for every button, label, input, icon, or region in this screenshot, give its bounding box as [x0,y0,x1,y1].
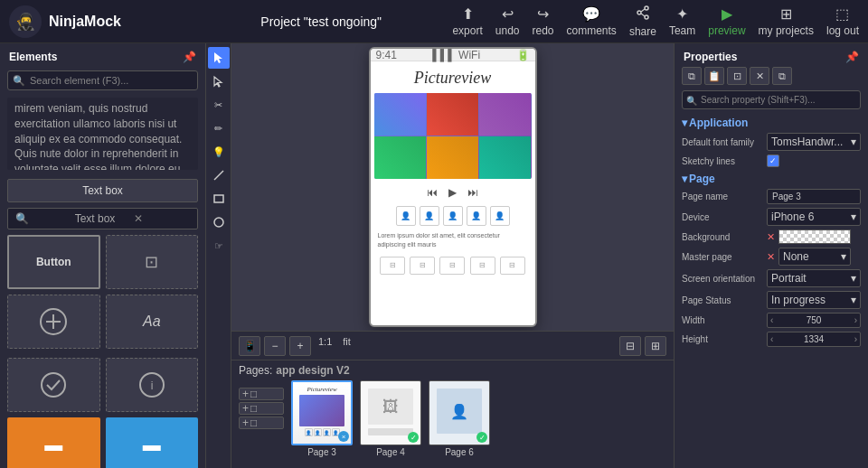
circle-icon [212,216,225,229]
rect-tool[interactable] [208,188,230,210]
master-page-select[interactable]: None ▾ [778,248,851,266]
element-card-check[interactable] [7,358,100,412]
element-card-text[interactable]: Aa [106,295,199,349]
hand-tool[interactable]: ☞ [208,235,230,257]
text-box-item[interactable]: Text box [7,179,198,202]
width-row: Width ‹ 750 › [682,311,861,330]
page-section-header[interactable]: ▾ Page [682,169,861,187]
page-thumb-icon-sm: 👤 [305,428,313,436]
page-thumb-4: 🖼 ✓ [360,380,421,445]
redo-icon: ↪ [537,5,549,23]
props-pin-icon[interactable]: 📌 [845,51,859,63]
screen-orientation-select[interactable]: Portrait ▾ [767,269,861,287]
page-name-value[interactable]: Page 3 [767,189,861,204]
prop-pin-btn[interactable]: ⧉ [772,67,792,85]
thumb-icon-1: 👤 [396,206,416,226]
device-select[interactable]: iPhone 6 ▾ [767,208,861,226]
element-card-plus[interactable] [7,295,100,349]
page-item-6[interactable]: 👤 ✓ Page 6 [429,380,490,457]
logo-text: NinjaMock [49,14,121,30]
sketchy-lines-checkbox[interactable]: ✓ [767,154,779,167]
prop-search-input[interactable] [682,90,861,109]
light-tool[interactable]: 💡 [208,141,230,163]
element-card-info[interactable]: i [106,358,199,412]
fit-label[interactable]: fit [339,336,354,356]
grid-btn[interactable]: ⊟ [619,336,641,356]
my-projects-icon: ⊞ [780,5,792,23]
zoom-in-btn[interactable]: + [289,336,311,356]
layout-btn[interactable]: ⊞ [645,336,666,356]
text-box-search[interactable]: 🔍 Text box ✕ [7,208,198,229]
export-button[interactable]: ⬆ export [452,5,482,37]
share-icon [636,5,650,23]
prop-paste-btn[interactable]: 📋 [704,67,724,85]
logo-area: 🥷 NinjaMock [9,5,190,38]
master-page-clear-icon[interactable]: ✕ [767,251,775,263]
props-toolbar: ⧉ 📋 ⊡ ✕ ⧉ [675,67,868,89]
prop-search-icon: 🔍 [686,95,697,105]
search-input[interactable] [7,70,198,90]
pointer-tool[interactable] [208,47,230,69]
export-icon: ⬆ [462,5,474,23]
element-card-orange[interactable]: ▬ [7,417,100,468]
hand-icon: ☞ [214,240,223,252]
canvas-main[interactable]: 9:41 ▌▌▌ WiFi 🔋 Pictureview [231,43,674,331]
canvas-toolbar: 📱 − + 1:1 fit ⊟ ⊞ [231,331,674,360]
svg-line-4 [641,14,645,16]
add-page-btn-2[interactable]: + □ [239,402,284,415]
page-label-4: Page 4 [376,447,405,457]
prop-close-btn[interactable]: ✕ [750,67,769,85]
log-out-button[interactable]: ⬚ log out [826,5,859,37]
page-item-4[interactable]: 🖼 ✓ Page 4 [360,380,421,457]
dashed-element-icon: ⊡ [145,252,158,272]
page-status-label: Page Status [682,295,763,305]
share-button[interactable]: share [629,5,656,38]
crop-tool[interactable]: ✂ [208,94,230,116]
main-layout: Elements 📌 🔍 mirem veniam, quis nostrud … [0,43,868,468]
comments-button[interactable]: 💬 comments [567,5,617,37]
bottom-elements: i ▬ ▬ [7,358,198,468]
width-arrow-left[interactable]: ‹ [768,315,776,325]
svg-marker-12 [214,77,222,87]
height-arrow-right[interactable]: › [852,334,860,344]
pin-icon[interactable]: 📌 [183,51,196,63]
add-page-btn-1[interactable]: + □ [239,388,284,400]
prop-reset-btn[interactable]: ⊡ [727,67,747,85]
height-arrow-left[interactable]: ‹ [768,334,776,344]
img-cell-4 [374,136,426,179]
zoom-out-btn[interactable]: − [264,336,286,356]
pen-icon: ✏ [214,123,222,135]
phone-bottom-row: ⊟ ⊟ ⊟ ⊟ ⊟ [371,253,535,278]
redo-button[interactable]: ↪ redo [532,5,553,37]
element-card-blue[interactable]: ▬ [106,417,199,468]
nav-icon-5: ⊟ [500,257,525,275]
background-clear-icon[interactable]: ✕ [767,231,775,243]
my-projects-button[interactable]: ⊞ my projects [759,5,814,37]
application-section-header[interactable]: ▾ Application [682,113,861,131]
background-color-swatch[interactable] [778,229,851,244]
page-status-select[interactable]: In progress ▾ [767,291,861,309]
select-tool[interactable] [208,70,230,92]
width-input[interactable]: ‹ 750 › [767,313,861,328]
phone-view-btn[interactable]: 📱 [239,336,260,356]
line-tool[interactable] [208,164,230,186]
width-arrow-right[interactable]: › [852,315,860,325]
page-item-3[interactable]: Pictureview 👤 👤 👤 👤 × Page 3 [291,380,353,457]
pen-tool[interactable]: ✏ [208,117,230,139]
font-family-row: Default font family TomsHandwr... ▾ [682,131,861,153]
thumb-icon-2: 👤 [420,206,439,226]
preview-button[interactable]: ▶ preview [708,5,745,37]
add-page-btn-3[interactable]: + □ [239,417,284,429]
clear-icon[interactable]: ✕ [134,212,190,225]
button-element-card[interactable]: Button [7,235,100,289]
height-row: Height ‹ 1334 › [682,330,861,349]
page-thumb-icons-3: 👤 👤 👤 👤 [305,428,340,436]
circle-tool[interactable] [208,211,230,233]
team-button[interactable]: ✦ Team [669,5,695,37]
height-input[interactable]: ‹ 1334 › [767,332,861,347]
svg-point-0 [645,6,648,10]
font-family-select[interactable]: TomsHandwr... ▾ [767,133,861,151]
element-card-dashed1[interactable]: ⊡ [106,235,199,289]
undo-button[interactable]: ↩ undo [495,5,520,37]
prop-copy-btn[interactable]: ⧉ [682,67,702,85]
